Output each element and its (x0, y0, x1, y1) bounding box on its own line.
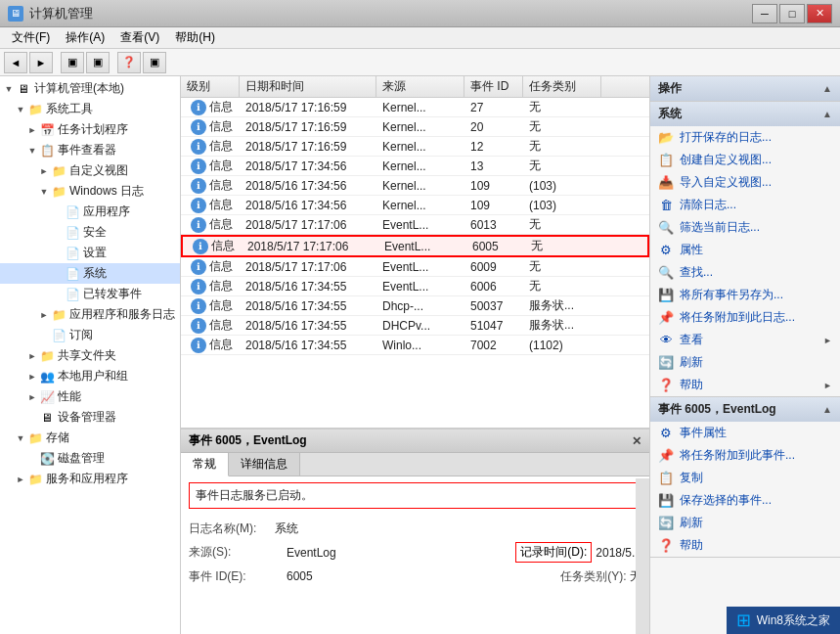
app-icon: 🖥 (8, 6, 23, 22)
ops-item[interactable]: 🔄刷新 (650, 351, 840, 374)
collapse-icon[interactable]: ▲ (822, 83, 832, 94)
help-button[interactable]: ❓ (117, 52, 141, 73)
log-level-text: 信息 (209, 337, 233, 353)
tree-item-system[interactable]: 📄 系统 (0, 263, 180, 284)
tree-item-svcapps[interactable]: ► 📁 服务和应用程序 (0, 469, 180, 489)
log-source: Dhcp-... (376, 298, 464, 314)
ops-item[interactable]: ⚙事件属性 (650, 422, 840, 444)
maximize-button[interactable]: □ (779, 4, 805, 23)
ops-item-label: 帮助 (680, 537, 703, 554)
tree-label-sharedfolders: 共享文件夹 (58, 347, 116, 364)
tree-item-winlogs[interactable]: ▼ 📁 Windows 日志 (0, 181, 180, 202)
table-row[interactable]: ℹ信息2018/5/17 17:16:59Kernel...27无 (181, 98, 649, 117)
table-row[interactable]: ℹ信息2018/5/16 17:34:55Dhcp-...50037服务状... (181, 296, 649, 316)
ops-item-icon: 🔍 (658, 220, 674, 236)
table-row[interactable]: ℹ信息2018/5/17 17:17:06EventL...6009无 (181, 257, 649, 277)
table-row[interactable]: ℹ信息2018/5/16 17:34:55DHCPv...51047服务状... (181, 316, 649, 336)
ops-item[interactable]: 🔄刷新 (650, 512, 840, 534)
ops-item[interactable]: 💾保存选择的事件... (650, 489, 840, 512)
title-bar: 🖥 计算机管理 ─ □ ✕ (0, 0, 840, 27)
ops-item[interactable]: ❓帮助► (650, 374, 840, 396)
log-eventid: 109 (464, 178, 523, 194)
tree-item-setup[interactable]: 📄 设置 (0, 243, 180, 263)
tree-item-storage[interactable]: ▼ 📁 存储 (0, 428, 180, 448)
tree-label-svcapps: 服务和应用程序 (46, 471, 128, 487)
left-panel-tree: ▼ 🖥 计算机管理(本地) ▼ 📁 系统工具 ► 📅 任务计划程序 ▼ 📋 事件… (0, 76, 181, 634)
forward-button[interactable]: ► (29, 52, 53, 73)
ops-item-label: 创建自定义视图... (680, 152, 772, 168)
tree-item-customviews[interactable]: ► 📁 自定义视图 (0, 160, 180, 181)
ops-item[interactable]: 🗑清除日志... (650, 194, 840, 216)
log-taskcat: 无 (523, 157, 601, 175)
details-close-button[interactable]: ✕ (632, 434, 641, 448)
table-row[interactable]: ℹ信息2018/5/16 17:34:56Kernel...109(103) (181, 176, 649, 196)
ops-item-icon: 👁 (658, 333, 674, 348)
ops-section-title: 系统▲ (650, 102, 840, 126)
menu-action[interactable]: 操作(A) (58, 27, 112, 48)
close-button[interactable]: ✕ (807, 4, 832, 23)
ops-item[interactable]: 🔍筛选当前日志... (650, 216, 840, 239)
table-row[interactable]: ℹ信息2018/5/16 17:34:56Kernel...109(103) (181, 196, 649, 215)
ops-section-label: 系统 (658, 106, 682, 122)
minimize-button[interactable]: ─ (752, 4, 777, 23)
col-header-level[interactable]: 级别 (181, 76, 240, 97)
tree-item-devmgr[interactable]: 🖥 设备管理器 (0, 407, 180, 428)
ops-item[interactable]: 📌将任务附加到此事件... (650, 444, 840, 467)
col-header-eventid[interactable]: 事件 ID (464, 76, 523, 97)
ops-item[interactable]: ⚙属性 (650, 239, 840, 261)
tab-details[interactable]: 详细信息 (229, 453, 300, 476)
tab-general[interactable]: 常规 (181, 453, 229, 476)
menu-help[interactable]: 帮助(H) (167, 27, 223, 48)
col-header-datetime[interactable]: 日期和时间 (240, 76, 376, 97)
info-icon: ℹ (191, 298, 206, 314)
log-level-text: 信息 (209, 216, 233, 233)
collapse-icon[interactable]: ▲ (822, 404, 832, 415)
tree-label-application: 应用程序 (83, 204, 130, 220)
ops-item[interactable]: 📥导入自定义视图... (650, 171, 840, 194)
tree-item-sharedfolders[interactable]: ► 📁 共享文件夹 (0, 345, 180, 366)
tree-item-taskscheduler[interactable]: ► 📅 任务计划程序 (0, 119, 180, 140)
tree-item-security[interactable]: 📄 安全 (0, 222, 180, 243)
table-row[interactable]: ℹ信息2018/5/16 17:34:55EventL...6006无 (181, 277, 649, 296)
ops-item-icon: 🔍 (658, 265, 674, 281)
details-eventid-row: 事件 ID(E): 6005 任务类别(Y): 无 (189, 566, 641, 586)
details-scrollbar[interactable] (636, 478, 649, 634)
export-button[interactable]: ▣ (143, 52, 166, 73)
ops-item[interactable]: 📂打开保存的日志... (650, 126, 840, 149)
ops-item-label: 刷新 (680, 354, 703, 371)
col-header-source[interactable]: 来源 (376, 76, 464, 97)
log-source: Winlo... (376, 338, 464, 353)
ops-item[interactable]: 💾将所有事件另存为... (650, 284, 840, 306)
menu-file[interactable]: 文件(F) (4, 27, 58, 48)
collapse-icon[interactable]: ▲ (822, 109, 832, 119)
table-row[interactable]: ℹ信息2018/5/16 17:34:55Winlo...7002(1102) (181, 336, 649, 355)
table-row[interactable]: ℹ信息2018/5/17 17:34:56Kernel...13无 (181, 157, 649, 176)
back-button[interactable]: ◄ (4, 52, 27, 73)
ops-item[interactable]: 🔍查找... (650, 261, 840, 284)
table-row[interactable]: ℹ信息2018/5/17 17:16:59Kernel...12无 (181, 137, 649, 157)
show-hide-btn2[interactable]: ▣ (86, 52, 110, 73)
tree-item-performance[interactable]: ► 📈 性能 (0, 386, 180, 407)
tree-item-appsvclogs[interactable]: ► 📁 应用程序和服务日志 (0, 304, 180, 325)
ops-item[interactable]: 📋创建自定义视图... (650, 149, 840, 171)
col-header-taskcat[interactable]: 任务类别 (523, 76, 601, 97)
ops-item[interactable]: ❓帮助 (650, 534, 840, 557)
tree-item-localusers[interactable]: ► 👥 本地用户和组 (0, 366, 180, 386)
tree-item-eventviewer[interactable]: ▼ 📋 事件查看器 (0, 140, 180, 160)
tree-item-application[interactable]: 📄 应用程序 (0, 202, 180, 222)
tree-item-forwarded[interactable]: 📄 已转发事件 (0, 284, 180, 304)
tree-item-root[interactable]: ▼ 🖥 计算机管理(本地) (0, 78, 180, 99)
table-row[interactable]: ℹ信息2018/5/17 17:17:06EventL...6005无 (181, 235, 649, 257)
tree-item-systools[interactable]: ▼ 📁 系统工具 (0, 99, 180, 119)
ops-item[interactable]: 👁查看► (650, 329, 840, 351)
log-rows-container: ℹ信息2018/5/17 17:16:59Kernel...27无ℹ信息2018… (181, 98, 649, 428)
tree-item-subscriptions[interactable]: 📄 订阅 (0, 325, 180, 345)
show-hide-btn[interactable]: ▣ (61, 52, 84, 73)
ops-item[interactable]: 📋复制 (650, 467, 840, 489)
table-row[interactable]: ℹ信息2018/5/17 17:16:59Kernel...20无 (181, 117, 649, 137)
menu-view[interactable]: 查看(V) (112, 27, 167, 48)
ops-item[interactable]: 📌将任务附加到此日志... (650, 306, 840, 329)
tree-item-diskmgmt[interactable]: 💽 磁盘管理 (0, 448, 180, 469)
ops-item-label: 帮助 (680, 377, 703, 393)
table-row[interactable]: ℹ信息2018/5/17 17:17:06EventL...6013无 (181, 215, 649, 235)
